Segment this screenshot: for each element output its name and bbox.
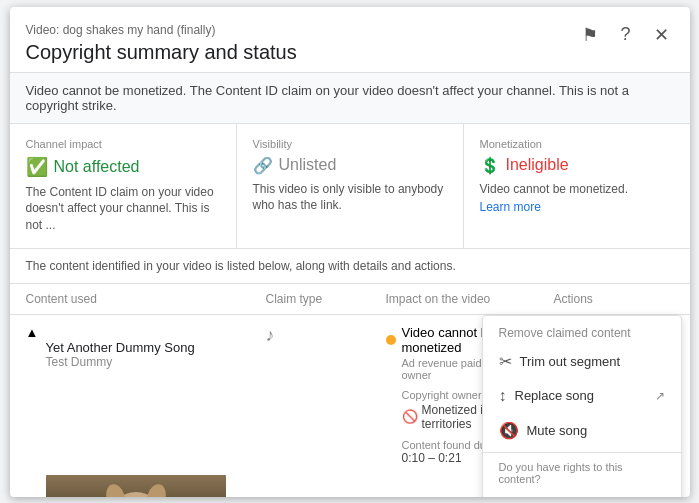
actions-dropdown: Remove claimed content ✂ Trim out segmen…	[482, 315, 682, 497]
visibility-label: Visibility	[253, 138, 447, 150]
table-header: Content used Claim type Impact on the vi…	[10, 284, 690, 315]
content-notice: The content identified in your video is …	[10, 249, 690, 284]
dog-ear-right	[145, 482, 168, 496]
check-circle-icon: ✅	[26, 156, 48, 178]
scissors-icon: ✂	[499, 352, 512, 371]
replace-label: Replace song	[515, 388, 595, 403]
mute-icon: 🔇	[499, 421, 519, 440]
content-row: ▲ Yet Another Dummy Song Test Dummy ♪ Vi…	[10, 315, 690, 497]
col-actions: Actions	[554, 292, 674, 306]
cards-row: Channel impact ✅ Not affected The Conten…	[10, 124, 690, 249]
col-claim-type: Claim type	[266, 292, 386, 306]
content-used-text: Yet Another Dummy Song Test Dummy	[46, 340, 266, 369]
flag-icon[interactable]: ⚑	[576, 21, 604, 49]
channel-impact-card: Channel impact ✅ Not affected The Conten…	[10, 124, 237, 248]
channel-impact-label: Channel impact	[26, 138, 220, 150]
dispute-section: Dispute	[483, 487, 681, 497]
content-by: Test Dummy	[46, 355, 266, 369]
col-content-used: Content used	[26, 292, 266, 306]
dispute-button[interactable]: Dispute	[499, 495, 543, 497]
content-used-cell: ▲ Yet Another Dummy Song Test Dummy	[26, 325, 266, 369]
monetization-label: Monetization	[480, 138, 674, 150]
learn-more-link[interactable]: Learn more	[480, 200, 541, 214]
video-player: ▶ 🔊 0:10 / 0:32 ⚙ ⛶ Content manually ide…	[46, 475, 226, 497]
mute-label: Mute song	[527, 423, 588, 438]
mute-song-item[interactable]: 🔇 Mute song	[483, 413, 681, 448]
header-icons: ⚑ ? ✕	[576, 21, 676, 49]
policy-icon: 🚫	[402, 409, 418, 424]
monetization-desc: Video cannot be monetized.	[480, 181, 674, 198]
help-icon[interactable]: ?	[612, 21, 640, 49]
monetization-icon: 💲	[480, 156, 500, 175]
notice-text: Video cannot be monetized. The Content I…	[26, 83, 630, 113]
visibility-value: 🔗 Unlisted	[253, 156, 447, 175]
dialog-header: Video: dog shakes my hand (finally) Copy…	[10, 7, 690, 73]
trim-segment-item[interactable]: ✂ Trim out segment	[483, 344, 681, 379]
visibility-desc: This video is only visible to anybody wh…	[253, 181, 447, 215]
dog-illustration	[111, 492, 161, 496]
rights-label: Do you have rights to this content?	[483, 457, 681, 487]
remove-claimed-label: Remove claimed content	[483, 320, 681, 344]
replace-song-item[interactable]: ↕ Replace song ↗	[483, 379, 681, 413]
content-name: Yet Another Dummy Song	[46, 340, 266, 355]
dog-ear-left	[103, 482, 126, 496]
monetization-card: Monetization 💲 Ineligible Video cannot b…	[464, 124, 690, 248]
col-impact: Impact on the video	[386, 292, 554, 306]
visibility-card: Visibility 🔗 Unlisted This video is only…	[237, 124, 464, 248]
dog-body	[111, 492, 161, 496]
trim-label: Trim out segment	[520, 354, 621, 369]
visibility-icon: 🔗	[253, 156, 273, 175]
close-icon[interactable]: ✕	[648, 21, 676, 49]
video-thumbnail: ▶ 🔊 0:10 / 0:32 ⚙ ⛶	[46, 475, 226, 497]
orange-dot-icon	[386, 335, 396, 345]
replace-icon: ↕	[499, 387, 507, 405]
channel-impact-desc: The Content ID claim on your video doesn…	[26, 184, 220, 234]
dialog-body: Video cannot be monetized. The Content I…	[10, 73, 690, 497]
external-link-icon: ↗	[655, 389, 665, 403]
notice-bar: Video cannot be monetized. The Content I…	[10, 73, 690, 124]
video-frame	[46, 475, 226, 497]
monetization-value: 💲 Ineligible	[480, 156, 674, 175]
dialog: Video: dog shakes my hand (finally) Copy…	[10, 7, 690, 497]
dropdown-divider	[483, 452, 681, 453]
channel-impact-value: ✅ Not affected	[26, 156, 220, 178]
expand-icon[interactable]: ▲	[26, 325, 39, 340]
claim-type-icon: ♪	[266, 325, 386, 346]
